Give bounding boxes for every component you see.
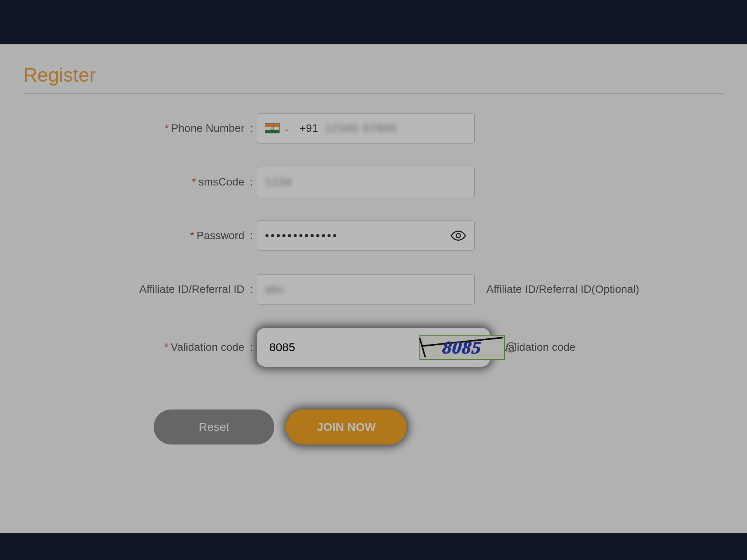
page-body: Register *Phone Number: ⌄ +91 12345 6789… — [0, 44, 747, 533]
row-password: *Password: ••••••••••••• — [23, 220, 724, 251]
join-now-button[interactable]: JOIN NOW — [286, 410, 407, 444]
password-input[interactable]: ••••••••••••• — [257, 220, 475, 251]
validation-box: 8085 — [257, 328, 490, 367]
required-marker: * — [190, 229, 194, 242]
phone-prefix: +91 — [300, 122, 318, 135]
row-smscode: *smsCode: 1234 — [23, 167, 724, 197]
affiliate-hint: Affiliate ID/Referral ID(Optional) — [486, 283, 639, 296]
top-bar — [0, 0, 747, 44]
chevron-down-icon[interactable]: ⌄ — [284, 124, 290, 133]
smscode-input[interactable]: 1234 — [257, 167, 475, 197]
bottom-bar — [0, 533, 747, 560]
required-marker: * — [192, 176, 196, 188]
affiliate-value-blurred: abc — [265, 283, 285, 296]
label-validation: *Validation code: — [23, 341, 257, 354]
button-row: Reset JOIN NOW — [144, 410, 416, 444]
required-marker: * — [164, 341, 168, 353]
row-phone: *Phone Number: ⌄ +91 12345 67890 — [23, 113, 724, 144]
label-smscode: *smsCode: — [23, 176, 257, 188]
required-marker: * — [165, 122, 169, 134]
captcha-text: 8085 — [442, 337, 483, 358]
label-phone: *Phone Number: — [23, 122, 257, 135]
validation-input[interactable] — [262, 336, 417, 359]
phone-value-blurred: 12345 67890 — [325, 122, 398, 135]
reset-button[interactable]: Reset — [154, 410, 274, 444]
password-dots: ••••••••••••• — [265, 229, 338, 242]
india-flag-icon[interactable] — [265, 123, 280, 133]
captcha-image[interactable]: 8085 — [419, 335, 505, 360]
page-title: Register — [23, 64, 724, 94]
refresh-icon[interactable] — [505, 341, 517, 354]
affiliate-input[interactable]: abc — [257, 274, 475, 304]
label-affiliate: Affiliate ID/Referral ID: — [23, 283, 257, 296]
eye-icon[interactable] — [451, 228, 466, 243]
register-form: *Phone Number: ⌄ +91 12345 67890 *smsCod… — [23, 113, 724, 444]
svg-point-0 — [456, 234, 461, 238]
smscode-value-blurred: 1234 — [265, 176, 292, 188]
label-password: *Password: — [23, 229, 257, 242]
phone-input[interactable]: ⌄ +91 12345 67890 — [257, 113, 475, 144]
row-affiliate: Affiliate ID/Referral ID: abc Affiliate … — [23, 274, 724, 304]
row-validation: *Validation code: 8085 Validation code — [23, 328, 724, 367]
